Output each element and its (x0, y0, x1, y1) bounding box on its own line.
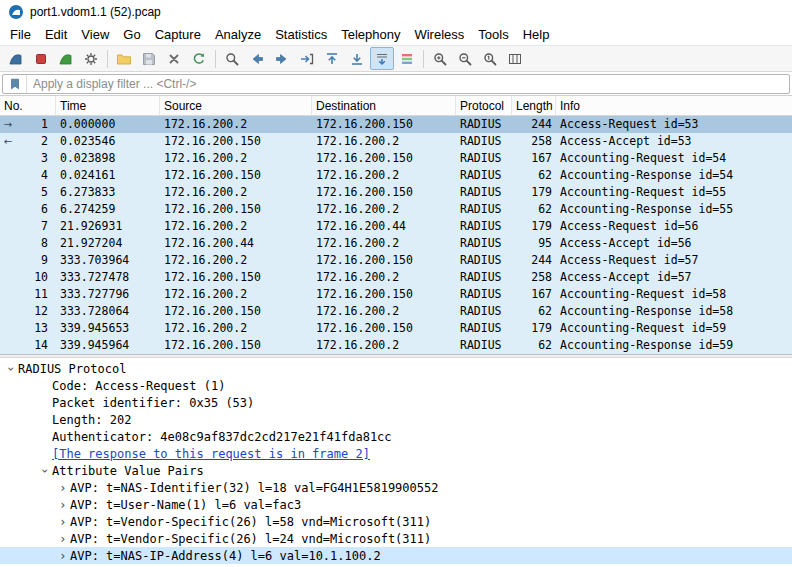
detail-line-avp-vendor-specific-1[interactable]: › AVP: t=Vendor-Specific(26) l=58 vnd=Mi… (0, 513, 792, 530)
wireshark-app-icon (8, 4, 24, 20)
packet-row[interactable]: 8 21.927204 172.16.200.44 172.16.200.2 R… (0, 235, 792, 252)
window-title: port1.vdom1.1 (52).pcap (30, 5, 161, 19)
expander-icon[interactable]: › (56, 498, 70, 512)
column-header-protocol[interactable]: Protocol (456, 96, 512, 115)
packet-row[interactable]: →1 0.000000 172.16.200.2 172.16.200.150 … (0, 116, 792, 133)
packet-row[interactable]: 7 21.926931 172.16.200.2 172.16.200.44 R… (0, 218, 792, 235)
menu-capture[interactable]: Capture (148, 25, 208, 44)
go-back-button[interactable] (245, 47, 269, 70)
cell-time: 6.274259 (56, 201, 160, 218)
zoom-in-button[interactable] (428, 47, 452, 70)
toolbar-separator (215, 50, 216, 68)
cell-destination: 172.16.200.150 (312, 116, 456, 133)
menu-edit[interactable]: Edit (38, 25, 74, 44)
detail-line-response-frame-link[interactable]: [The response to this request is in fram… (0, 445, 792, 462)
display-filter-box[interactable] (2, 74, 790, 94)
menu-analyze[interactable]: Analyze (208, 25, 268, 44)
last-packet-button[interactable] (345, 47, 369, 70)
cell-length: 179 (512, 218, 556, 235)
expander-icon[interactable]: › (56, 549, 70, 563)
zoom-original-button[interactable] (478, 47, 502, 70)
column-header-destination[interactable]: Destination (312, 96, 456, 115)
column-header-no[interactable]: No. (0, 96, 56, 115)
filter-bookmark-button[interactable] (3, 75, 27, 93)
detail-line-avp-nas-ip-address[interactable]: › AVP: t=NAS-IP-Address(4) l=6 val=10.1.… (0, 547, 792, 564)
detail-line-radius-protocol[interactable]: › RADIUS Protocol (0, 360, 792, 377)
expander-icon[interactable]: › (38, 464, 52, 478)
auto-scroll-icon (374, 51, 390, 67)
cell-source: 172.16.200.2 (160, 320, 312, 337)
packet-row[interactable]: 10 333.727478 172.16.200.150 172.16.200.… (0, 269, 792, 286)
stop-capture-button[interactable] (29, 47, 53, 70)
detail-line-avp-user-name[interactable]: › AVP: t=User-Name(1) l=6 val=fac3 (0, 496, 792, 513)
cell-info: Access-Request id=57 (556, 252, 792, 269)
cell-protocol: RADIUS (456, 252, 512, 269)
close-file-button[interactable] (162, 47, 186, 70)
detail-line-length[interactable]: Length: 202 (0, 411, 792, 428)
menu-view[interactable]: View (74, 25, 116, 44)
first-packet-icon (324, 51, 340, 67)
auto-scroll-button[interactable] (370, 47, 394, 70)
cell-time: 339.945653 (56, 320, 160, 337)
detail-line-packet-identifier[interactable]: Packet identifier: 0x35 (53) (0, 394, 792, 411)
detail-line-avp-nas-identifier[interactable]: › AVP: t=NAS-Identifier(32) l=18 val=FG4… (0, 479, 792, 496)
expander-icon[interactable]: › (56, 481, 70, 495)
zoom-out-button[interactable] (453, 47, 477, 70)
menu-wireless[interactable]: Wireless (407, 25, 471, 44)
detail-line-avp-vendor-specific-2[interactable]: › AVP: t=Vendor-Specific(26) l=24 vnd=Mi… (0, 530, 792, 547)
menu-tools[interactable]: Tools (471, 25, 515, 44)
menu-file[interactable]: File (3, 25, 38, 44)
packet-row[interactable]: 3 0.023898 172.16.200.2 172.16.200.150 R… (0, 150, 792, 167)
resize-columns-button[interactable] (503, 47, 527, 70)
save-file-button[interactable] (137, 47, 161, 70)
column-header-time[interactable]: Time (56, 96, 160, 115)
detail-line-authenticator[interactable]: Authenticator: 4e08c9af837dc2cd217e21f41… (0, 428, 792, 445)
cell-source: 172.16.200.44 (160, 235, 312, 252)
detail-line-attribute-value-pairs[interactable]: › Attribute Value Pairs (0, 462, 792, 479)
column-header-info[interactable]: Info (556, 96, 792, 115)
cell-protocol: RADIUS (456, 201, 512, 218)
go-forward-button[interactable] (270, 47, 294, 70)
packet-row[interactable]: 14 339.945964 172.16.200.150 172.16.200.… (0, 337, 792, 354)
cell-length: 244 (512, 252, 556, 269)
folder-icon (116, 51, 132, 67)
capture-options-button[interactable] (79, 47, 103, 70)
first-packet-button[interactable] (320, 47, 344, 70)
find-packet-button[interactable] (220, 47, 244, 70)
menu-go[interactable]: Go (116, 25, 147, 44)
start-capture-button[interactable] (4, 47, 28, 70)
column-header-length[interactable]: Length (512, 96, 556, 115)
cell-info: Accounting-Request id=59 (556, 320, 792, 337)
open-file-button[interactable] (112, 47, 136, 70)
reload-file-button[interactable] (187, 47, 211, 70)
column-header-source[interactable]: Source (160, 96, 312, 115)
display-filter-input[interactable] (27, 77, 789, 91)
cell-destination: 172.16.200.2 (312, 269, 456, 286)
packet-row[interactable]: 9 333.703964 172.16.200.2 172.16.200.150… (0, 252, 792, 269)
menu-help[interactable]: Help (516, 25, 557, 44)
colorize-button[interactable] (395, 47, 419, 70)
menu-telephony[interactable]: Telephony (334, 25, 407, 44)
cell-time: 0.023898 (56, 150, 160, 167)
cell-time: 0.023546 (56, 133, 160, 150)
cell-length: 62 (512, 201, 556, 218)
cell-protocol: RADIUS (456, 269, 512, 286)
packet-list-header: No. Time Source Destination Protocol Len… (0, 96, 792, 116)
packet-row[interactable]: 13 339.945653 172.16.200.2 172.16.200.15… (0, 320, 792, 337)
cell-destination: 172.16.200.2 (312, 201, 456, 218)
packet-row[interactable]: 12 333.728064 172.16.200.150 172.16.200.… (0, 303, 792, 320)
packet-row[interactable]: 5 6.273833 172.16.200.2 172.16.200.150 R… (0, 184, 792, 201)
packet-row[interactable]: 11 333.727796 172.16.200.2 172.16.200.15… (0, 286, 792, 303)
expander-icon[interactable]: › (56, 532, 70, 546)
packet-row[interactable]: 4 0.024161 172.16.200.150 172.16.200.2 R… (0, 167, 792, 184)
detail-line-code[interactable]: Code: Access-Request (1) (0, 377, 792, 394)
packet-row[interactable]: ←2 0.023546 172.16.200.150 172.16.200.2 … (0, 133, 792, 150)
cell-protocol: RADIUS (456, 167, 512, 184)
cell-destination: 172.16.200.2 (312, 133, 456, 150)
expander-icon[interactable]: › (56, 515, 70, 529)
go-to-packet-button[interactable] (295, 47, 319, 70)
restart-capture-button[interactable] (54, 47, 78, 70)
menu-statistics[interactable]: Statistics (268, 25, 334, 44)
packet-row[interactable]: 6 6.274259 172.16.200.150 172.16.200.2 R… (0, 201, 792, 218)
expander-icon[interactable]: › (4, 362, 18, 376)
